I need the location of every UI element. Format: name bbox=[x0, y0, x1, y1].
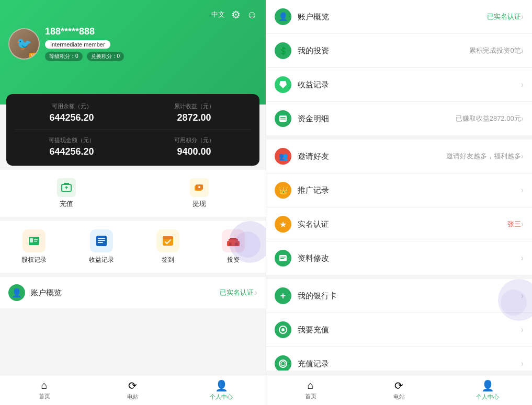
r-profile-edit-title: 资料修改 bbox=[298, 253, 521, 263]
income-records-item[interactable]: 收益记录 bbox=[83, 227, 120, 267]
account-overview-right-text: 已实名认证 bbox=[220, 288, 254, 297]
cumulative-income-label: 累计收益（元） bbox=[137, 102, 251, 110]
r-fund-icon bbox=[275, 110, 291, 127]
available-points-label: 可用积分（元） bbox=[137, 136, 251, 144]
r-promo-chevron: › bbox=[521, 186, 524, 195]
invite-friends-item[interactable]: 👥 邀请好友 邀请好友越多，福利越多 › bbox=[266, 140, 532, 173]
account-overview-right: 已实名认证 › bbox=[220, 288, 257, 297]
income-records-label: 收益记录 bbox=[89, 256, 114, 264]
right-section-1: 👤 账户概览 已实名认证 › 💲 我的投资 累积完成投资0笔 › 收益记录 › bbox=[266, 0, 532, 135]
equity-records-label: 股权记录 bbox=[21, 256, 47, 264]
r-account-chevron: › bbox=[521, 12, 524, 21]
r-recharge-records-chevron: › bbox=[521, 359, 524, 368]
recharge-records-item[interactable]: 充值记录 › bbox=[266, 347, 532, 371]
r-account-icon: 👤 bbox=[275, 8, 291, 25]
r-bank-title: 我的银行卡 bbox=[298, 291, 521, 301]
action-row: 充值 提现 bbox=[0, 170, 266, 217]
account-overview-item[interactable]: 👤 账户概览 已实名认证 › bbox=[266, 0, 532, 34]
svg-point-29 bbox=[281, 362, 285, 366]
income-records-right-item[interactable]: 收益记录 › bbox=[266, 68, 532, 102]
checkin-item[interactable]: 签到 bbox=[150, 227, 186, 267]
my-bank-card-item[interactable]: + 我的银行卡 › bbox=[266, 279, 532, 313]
svg-rect-22 bbox=[280, 119, 286, 120]
fund-detail-item[interactable]: 资金明细 已赚取收益2872.00元 › bbox=[266, 102, 532, 135]
withdraw-label: 提现 bbox=[193, 199, 206, 209]
account-overview-title: 账户概览 bbox=[30, 288, 220, 298]
recharge-now-item[interactable]: 我要充值 › bbox=[266, 313, 532, 347]
avatar: 🐦 VO bbox=[8, 28, 40, 60]
message-icon[interactable]: ☺ bbox=[247, 9, 257, 21]
r-realname-icon: ★ bbox=[275, 216, 291, 233]
r-income-icon bbox=[275, 76, 291, 93]
equity-records-item[interactable]: 股权记录 bbox=[15, 227, 53, 267]
r-invite-title: 邀请好友 bbox=[298, 152, 446, 161]
checkin-icon bbox=[156, 229, 179, 252]
balance-card: 可用余额（元） 644256.20 累计收益（元） 2872.00 可提现金额（… bbox=[6, 94, 259, 166]
withdraw-icon bbox=[190, 178, 209, 197]
promo-records-item[interactable]: 👑 推广记录 › bbox=[266, 173, 532, 207]
left-station-label: 电站 bbox=[127, 393, 139, 401]
r-income-chevron: › bbox=[521, 80, 524, 89]
vip-badge: VO bbox=[29, 53, 39, 59]
withdraw-button[interactable]: 提现 bbox=[133, 170, 266, 217]
settings-icon[interactable]: ⚙ bbox=[231, 8, 241, 21]
svg-rect-5 bbox=[30, 238, 33, 242]
left-profile-label: 个人中心 bbox=[210, 393, 233, 401]
right-profile-icon: 👤 bbox=[481, 379, 494, 392]
lang-label: 中文 bbox=[211, 10, 225, 19]
r-profile-edit-chevron: › bbox=[521, 253, 524, 263]
grid-menu: 股权记录 收益记录 bbox=[0, 221, 266, 273]
right-profile-label: 个人中心 bbox=[476, 393, 499, 401]
recharge-button[interactable]: 充值 bbox=[0, 170, 133, 217]
phone-number: 188*****888 bbox=[45, 26, 257, 37]
r-profile-edit-icon bbox=[275, 250, 291, 267]
card-divider bbox=[15, 130, 251, 130]
profile-edit-item[interactable]: 资料修改 › bbox=[266, 241, 532, 275]
cumulative-income-value: 2872.00 bbox=[137, 112, 251, 123]
r-realname-chevron: › bbox=[521, 219, 524, 229]
points-row: 等级积分：0 兑换积分：0 bbox=[45, 52, 257, 61]
r-invite-right: 邀请好友越多，福利越多 bbox=[446, 152, 521, 161]
card-grid-top: 可用余额（元） 644256.20 累计收益（元） 2872.00 bbox=[15, 102, 251, 123]
r-bank-icon: + bbox=[275, 287, 291, 304]
svg-rect-6 bbox=[34, 239, 38, 240]
real-name-item[interactable]: ★ 实名认证 张三 › bbox=[266, 207, 532, 241]
profile-info: 188*****888 Intermediate member 等级积分：0 兑… bbox=[45, 26, 257, 61]
recharge-label: 充值 bbox=[60, 199, 73, 209]
right-station-label: 电站 bbox=[393, 393, 405, 401]
right-nav-home[interactable]: ⌂ 首页 bbox=[266, 375, 355, 405]
equity-records-icon bbox=[22, 229, 46, 252]
left-nav-profile[interactable]: 👤 个人中心 bbox=[177, 375, 266, 405]
my-investment-item[interactable]: 💲 我的投资 累积完成投资0笔 › bbox=[266, 34, 532, 68]
r-account-title: 账户概览 bbox=[298, 12, 487, 22]
available-balance-value: 644256.20 bbox=[15, 112, 129, 123]
available-points-item: 可用积分（元） 9400.00 bbox=[137, 136, 251, 157]
available-balance-label: 可用余额（元） bbox=[15, 102, 129, 110]
account-overview-row[interactable]: 👤 账户概览 已实名认证 › bbox=[0, 277, 266, 308]
svg-rect-11 bbox=[98, 242, 103, 243]
right-nav-profile[interactable]: 👤 个人中心 bbox=[444, 375, 532, 405]
left-nav-home[interactable]: ⌂ 首页 bbox=[0, 375, 88, 405]
right-bottom-nav: ⌂ 首页 ⟳ 电站 👤 个人中心 bbox=[266, 375, 532, 405]
right-nav-station[interactable]: ⟳ 电站 bbox=[355, 375, 443, 405]
r-recharge-now-title: 我要充值 bbox=[298, 325, 521, 335]
left-profile-icon: 👤 bbox=[215, 379, 228, 392]
r-income-title: 收益记录 bbox=[298, 80, 521, 90]
left-station-icon: ⟳ bbox=[128, 379, 137, 392]
left-home-icon: ⌂ bbox=[41, 379, 48, 391]
member-badge: Intermediate member bbox=[45, 40, 110, 49]
left-nav-station[interactable]: ⟳ 电站 bbox=[88, 375, 177, 405]
svg-rect-13 bbox=[163, 236, 173, 239]
svg-marker-19 bbox=[279, 81, 287, 88]
withdrawable-value: 644256.20 bbox=[15, 146, 129, 157]
right-home-icon: ⌂ bbox=[308, 379, 314, 391]
grid-items: 股权记录 收益记录 bbox=[0, 227, 266, 267]
lang-button[interactable]: 中文 bbox=[211, 10, 225, 19]
account-overview-icon: 👤 bbox=[8, 284, 25, 301]
r-investment-title: 我的投资 bbox=[298, 46, 469, 56]
cumulative-income-item: 累计收益（元） 2872.00 bbox=[137, 102, 251, 123]
r-investment-chevron: › bbox=[521, 46, 524, 55]
account-overview-chevron: › bbox=[255, 288, 257, 297]
withdrawable-item: 可提现金额（元） 644256.20 bbox=[15, 136, 129, 157]
r-fund-title: 资金明细 bbox=[298, 114, 456, 124]
